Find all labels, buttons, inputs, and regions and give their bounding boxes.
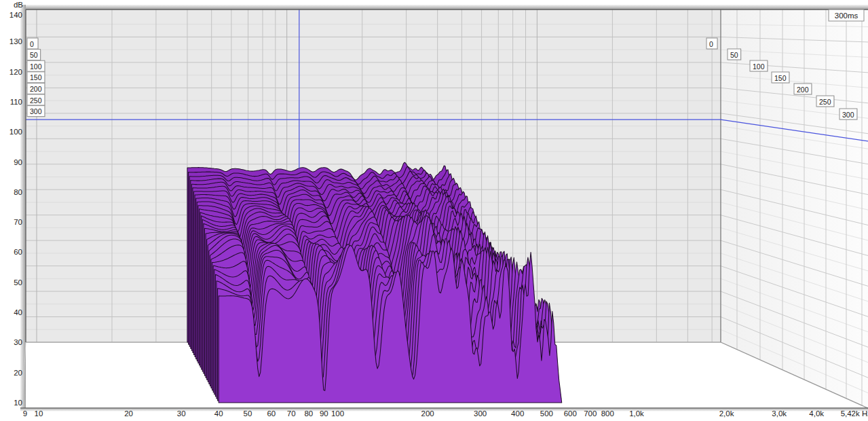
time-range-label: 300ms xyxy=(835,12,858,20)
y-axis-tick-label: 60 xyxy=(14,248,22,256)
x-axis-tick-label: 70 xyxy=(287,409,296,418)
x-axis-tick-label: 60 xyxy=(267,409,276,418)
x-axis-tick-label: 80 xyxy=(304,409,313,418)
y-axis-tick-label: 110 xyxy=(10,98,22,106)
x-axis-tick-label: 20 xyxy=(124,409,133,418)
time-range-badge: 300ms xyxy=(829,10,864,21)
wall-face xyxy=(721,10,868,408)
time-tick-label: 250 xyxy=(30,96,42,105)
y-axis-tick-label: 40 xyxy=(14,308,22,316)
x-axis-tick-label: 300 xyxy=(474,409,487,418)
y-axis-tick-label: 20 xyxy=(14,369,22,377)
time-tick-label: 300 xyxy=(30,107,42,115)
x-axis-tick-label: 1,0k xyxy=(629,409,644,418)
time-tick-label: 50 xyxy=(730,51,738,59)
x-axis-tick-label: 4,0k xyxy=(809,409,824,418)
y-axis-tick-label: 50 xyxy=(14,278,22,287)
time-tick-label: 50 xyxy=(30,51,38,59)
waterfall-plot[interactable]: 1401301201101009080706050403020109102030… xyxy=(0,0,868,421)
y-axis-tick-label: 120 xyxy=(10,68,22,76)
x-axis-tick-label: 600 xyxy=(564,409,577,418)
x-axis-tick-label: 400 xyxy=(511,409,524,418)
x-axis-tick-label: 500 xyxy=(540,409,553,418)
time-tick-label: 100 xyxy=(753,62,765,71)
x-axis-tick-label: 100 xyxy=(331,409,344,418)
x-axis-tick-label: 3,0k xyxy=(772,409,787,418)
x-axis-tick-label: 90 xyxy=(320,409,328,418)
x-axis-tick-label: 50 xyxy=(243,409,252,418)
y-axis-title: dB xyxy=(14,1,23,9)
y-axis-tick-label: 70 xyxy=(14,218,22,226)
time-tick-label: 300 xyxy=(842,111,854,119)
y-axis-tick-label: 100 xyxy=(10,128,22,136)
y-axis-tick-label: 80 xyxy=(14,188,22,196)
time-tick-label: 150 xyxy=(30,73,42,81)
y-axis-tick-label: 10 xyxy=(14,399,22,407)
x-axis-tick-label: 2,0k xyxy=(719,409,734,418)
x-axis-tick-label: 30 xyxy=(177,409,186,418)
time-tick-label: 200 xyxy=(30,85,42,93)
bevel-bottom xyxy=(20,409,868,411)
x-axis-tick-label: 5,42k Hz xyxy=(841,409,868,418)
y-axis-tick-label: 140 xyxy=(10,11,22,19)
time-tick-label: 0 xyxy=(30,40,34,48)
y-axis-tick-label: 130 xyxy=(10,37,22,45)
x-axis-tick-label: 200 xyxy=(421,409,434,418)
time-tick-label: 150 xyxy=(774,74,787,82)
time-tick-label: 200 xyxy=(797,86,809,94)
x-axis-tick-label: 40 xyxy=(214,409,223,418)
time-tick-label: 250 xyxy=(819,98,831,106)
bevel-top xyxy=(20,5,868,10)
x-axis-tick-label: 800 xyxy=(601,409,614,418)
x-axis-tick-label: 700 xyxy=(584,409,597,418)
x-axis-tick-label: 9 xyxy=(23,409,27,418)
y-axis-tick-label: 30 xyxy=(14,338,22,346)
bevel-left xyxy=(20,5,26,408)
time-tick-label: 100 xyxy=(30,62,42,71)
x-axis-tick-label: 10 xyxy=(35,409,43,418)
time-tick-label: 0 xyxy=(709,40,713,48)
y-axis-tick-label: 90 xyxy=(14,158,22,166)
time-perspective-wall xyxy=(721,10,868,408)
waterfall-chart-window: 1401301201101009080706050403020109102030… xyxy=(0,0,868,421)
